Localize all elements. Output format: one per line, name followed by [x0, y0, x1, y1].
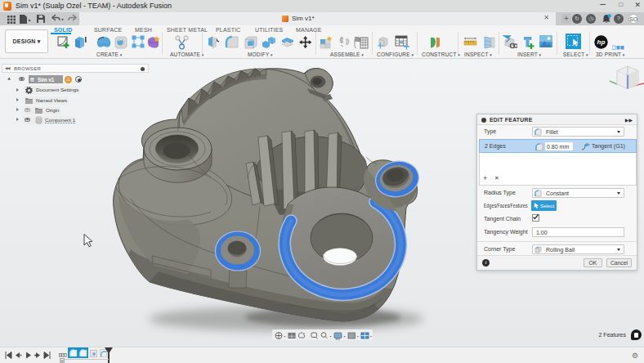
svg-text:hp: hp — [597, 38, 606, 46]
